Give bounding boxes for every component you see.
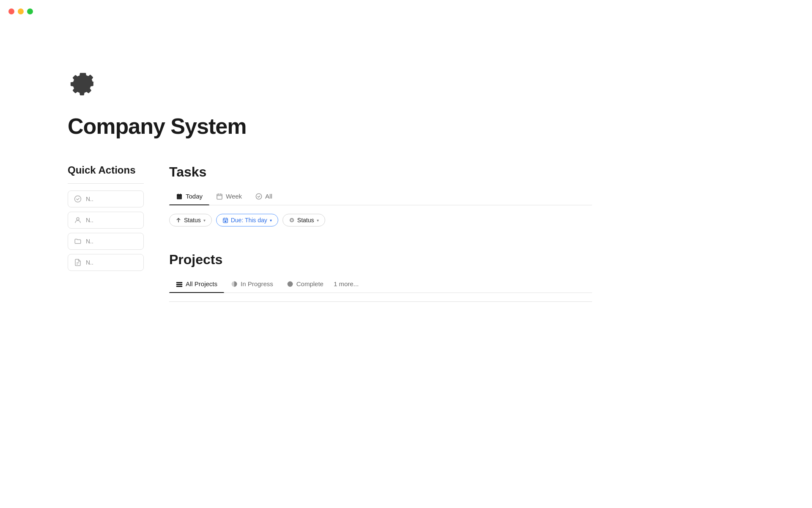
svg-rect-21 xyxy=(176,286,182,287)
quick-action-item-3[interactable]: N.. xyxy=(68,233,144,250)
layers-icon xyxy=(176,281,183,287)
document-icon xyxy=(74,259,82,266)
quick-action-label-1: N.. xyxy=(86,196,93,202)
projects-more-label: 1 more... xyxy=(334,280,359,287)
quick-action-label-4: N.. xyxy=(86,259,93,266)
quick-action-item-4[interactable]: N.. xyxy=(68,254,144,271)
svg-rect-7 xyxy=(180,193,181,195)
tab-in-progress[interactable]: In Progress xyxy=(224,276,280,293)
quick-actions-sidebar: Quick Actions N.. N.. xyxy=(68,164,144,275)
gear-icon xyxy=(68,68,98,98)
traffic-lights xyxy=(8,8,33,14)
close-button[interactable] xyxy=(8,8,14,14)
calendar-today-icon xyxy=(176,193,183,200)
status-sort-button[interactable]: Status ▾ xyxy=(169,214,212,226)
projects-section: Projects All Projects xyxy=(169,252,592,302)
svg-point-1 xyxy=(77,218,79,220)
tasks-section: Tasks Today xyxy=(169,164,592,226)
projects-section-title: Projects xyxy=(169,252,592,268)
projects-more[interactable]: 1 more... xyxy=(330,276,362,293)
svg-rect-20 xyxy=(176,284,182,285)
main-panel: Tasks Today xyxy=(169,164,592,327)
due-this-day-button[interactable]: Due: This day ▾ xyxy=(216,214,278,226)
svg-point-0 xyxy=(75,196,81,202)
content-layout: Quick Actions N.. N.. xyxy=(68,164,592,327)
minimize-button[interactable] xyxy=(18,8,24,14)
main-content: Company System Quick Actions N.. N.. xyxy=(0,0,592,353)
folder-icon xyxy=(74,237,82,245)
quick-action-item-1[interactable]: N.. xyxy=(68,190,144,207)
svg-rect-17 xyxy=(225,221,226,222)
calendar-filter-icon xyxy=(222,217,228,223)
due-this-day-label: Due: This day xyxy=(231,217,267,224)
tab-today[interactable]: Today xyxy=(169,188,209,205)
tab-all-label: All xyxy=(265,193,272,200)
svg-point-23 xyxy=(287,281,293,287)
tasks-section-title: Tasks xyxy=(169,164,592,180)
status-filter-button[interactable]: Status ▾ xyxy=(283,214,325,226)
status-filter-label: Status xyxy=(297,217,314,224)
maximize-button[interactable] xyxy=(27,8,33,14)
tab-all-projects-label: All Projects xyxy=(186,280,217,287)
status-sort-label: Status xyxy=(184,217,201,224)
half-circle-icon xyxy=(231,281,238,287)
sparkle-icon xyxy=(289,217,295,223)
status-sort-chevron: ▾ xyxy=(203,218,206,223)
svg-rect-6 xyxy=(178,193,178,195)
quick-action-label-2: N.. xyxy=(86,217,93,224)
quick-actions-divider xyxy=(68,183,144,184)
svg-rect-19 xyxy=(176,282,182,283)
quick-action-label-3: N.. xyxy=(86,238,93,245)
tab-complete-label: Complete xyxy=(296,280,324,287)
full-circle-icon xyxy=(287,281,294,287)
tab-all-projects[interactable]: All Projects xyxy=(169,276,224,293)
svg-point-12 xyxy=(256,193,261,199)
tab-today-label: Today xyxy=(186,193,203,200)
svg-rect-8 xyxy=(217,194,222,199)
quick-action-item-2[interactable]: N.. xyxy=(68,212,144,229)
page-title: Company System xyxy=(68,113,592,139)
tasks-filter-row: Status ▾ Due: This day ▾ xyxy=(169,214,592,226)
projects-bottom-line xyxy=(169,301,592,302)
quick-actions-title: Quick Actions xyxy=(68,164,144,177)
status-filter-chevron: ▾ xyxy=(317,218,319,223)
projects-tabs: All Projects In Progress xyxy=(169,276,592,293)
calendar-week-icon xyxy=(216,193,223,200)
person-icon xyxy=(74,216,82,224)
due-chevron: ▾ xyxy=(270,218,272,223)
check-circle-icon xyxy=(74,195,82,203)
tab-week[interactable]: Week xyxy=(209,188,249,205)
tasks-tabs: Today Week xyxy=(169,188,592,205)
svg-rect-13 xyxy=(223,218,228,223)
tab-complete[interactable]: Complete xyxy=(280,276,330,293)
check-all-icon xyxy=(255,193,262,200)
sort-up-icon xyxy=(176,217,181,223)
tab-week-label: Week xyxy=(226,193,242,200)
page-icon xyxy=(68,68,592,100)
tab-all[interactable]: All xyxy=(249,188,279,205)
svg-rect-5 xyxy=(177,194,182,196)
tab-in-progress-label: In Progress xyxy=(241,280,273,287)
